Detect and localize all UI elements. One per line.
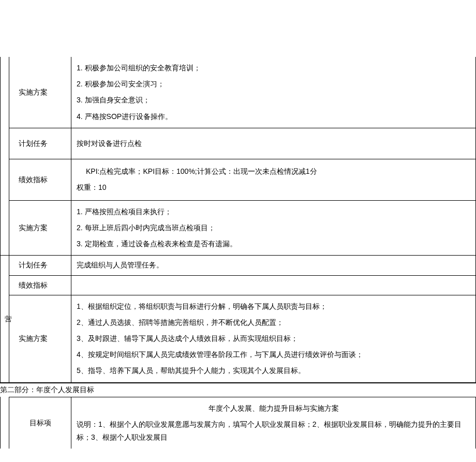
table-row: 计划任务 按时对设备进行点检 [1,128,476,159]
row-content: 1、根据组织定位，将组织职责与目标进行分解，明确各下属人员职责与目标； 2、通过… [71,295,476,382]
side-cell [1,397,9,449]
table-row: 实施方案 1、根据组织定位，将组织职责与目标进行分解，明确各下属人员职责与目标；… [1,295,476,382]
list-item: 4、按规定时间组织下属人员完成绩效管理各阶段工作，与下属人员进行绩效评价与面谈； [77,347,471,363]
plan-table: 实施方案 1. 积极参加公司组织的安全教育培训； 2. 积极参加公司安全演习； … [0,57,476,383]
row-content [71,275,476,295]
side-cell [1,57,9,256]
top-blank-area [0,0,476,57]
section2-table: 目标项 年度个人发展、能力提升目标与实施方案 说明：1、根据个人的职业发展意愿与… [0,397,476,449]
table-row: 目标项 年度个人发展、能力提升目标与实施方案 说明：1、根据个人的职业发展意愿与… [1,397,476,449]
section2-desc: 说明：1、根据个人的职业发展意愿与发展方向，填写个人职业发展目标；2、根据职业发… [73,416,473,445]
row-content: KPI:点检完成率；KPI目标：100%;计算公式：出现一次未点检情况减1分 权… [71,159,476,200]
side-cell: 营 [1,256,9,382]
table-row: 绩效指标 KPI:点检完成率；KPI目标：100%;计算公式：出现一次未点检情况… [1,159,476,200]
list-item: 1. 严格按照点检项目来执行； [77,204,471,220]
row-label: 计划任务 [9,256,71,275]
section2-title: 年度个人发展、能力提升目标与实施方案 [73,400,473,416]
row-label: 绩效指标 [9,275,71,295]
section2-content: 年度个人发展、能力提升目标与实施方案 说明：1、根据个人的职业发展意愿与发展方向… [71,397,476,449]
list-item: 5、指导、培养下属人员，帮助其提升个人能力，实现其个人发展目标。 [77,363,471,379]
list-item: 2. 每班上班后四小时内完成当班点检项目； [77,220,471,236]
kpi-line: KPI:点检完成率；KPI目标：100%;计算公式：出现一次未点检情况减1分 [77,163,471,180]
list-item: 4. 严格按SOP进行设备操作。 [77,109,471,125]
list-item: 1、根据组织定位，将组织职责与目标进行分解，明确各下属人员职责与目标； [77,299,471,315]
table-row: 营 计划任务 完成组织与人员管理任务。 [1,256,476,275]
row-content: 1. 严格按照点检项目来执行； 2. 每班上班后四小时内完成当班点检项目； 3.… [71,200,476,256]
list-item: 3. 定期检查，通过设备点检表来检查是否有遗漏。 [77,236,471,252]
section-header: 第二部分：年度个人发展目标 [0,383,476,397]
target-label: 目标项 [9,397,71,449]
list-item: 2、通过人员选拔、招聘等措施完善组织，并不断优化人员配置； [77,315,471,331]
row-label: 计划任务 [9,128,71,159]
list-item: 3、及时跟进、辅导下属人员达成个人绩效目标，从而实现组织目标； [77,331,471,347]
row-content: 按时对设备进行点检 [71,128,476,159]
row-content: 完成组织与人员管理任务。 [71,256,476,275]
row-label: 实施方案 [9,57,71,128]
row-label: 实施方案 [9,295,71,382]
list-item: 3. 加强自身安全意识； [77,92,471,108]
weight-line: 权重：10 [77,180,471,196]
row-content: 1. 积极参加公司组织的安全教育培训； 2. 积极参加公司安全演习； 3. 加强… [71,57,476,128]
row-label: 绩效指标 [9,159,71,200]
table-row: 绩效指标 [1,275,476,295]
list-item: 1. 积极参加公司组织的安全教育培训； [77,60,471,76]
row-label: 实施方案 [9,200,71,256]
table-row: 实施方案 1. 积极参加公司组织的安全教育培训； 2. 积极参加公司安全演习； … [1,57,476,128]
table-row: 实施方案 1. 严格按照点检项目来执行； 2. 每班上班后四小时内完成当班点检项… [1,200,476,256]
list-item: 2. 积极参加公司安全演习； [77,76,471,92]
